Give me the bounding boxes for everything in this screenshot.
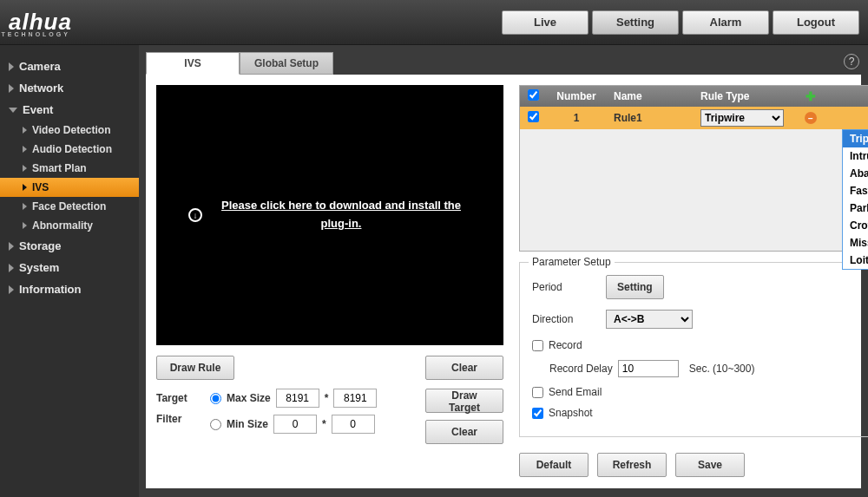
sidebar-item-information[interactable]: Information bbox=[0, 278, 139, 300]
record-row: Record bbox=[532, 339, 868, 351]
dropdown-option-intrusion[interactable]: Intrusion bbox=[843, 147, 868, 165]
chevron-right-icon bbox=[23, 203, 27, 210]
sidebar-sub-face-detection[interactable]: Face Detection bbox=[0, 197, 139, 216]
snapshot-label: Snapshot bbox=[549, 407, 593, 419]
rule-checkbox[interactable] bbox=[528, 111, 539, 122]
record-checkbox[interactable] bbox=[532, 340, 543, 351]
delete-rule-icon[interactable]: − bbox=[805, 112, 817, 124]
target-filter-row: Target Filter Max Size * Min Size * bbox=[156, 389, 503, 444]
default-button[interactable]: Default bbox=[519, 453, 589, 477]
chevron-right-icon bbox=[23, 146, 27, 153]
rule-number: 1 bbox=[546, 112, 607, 124]
nav-live[interactable]: Live bbox=[502, 10, 589, 35]
dropdown-option-tripwire[interactable]: Tripwire bbox=[843, 130, 868, 147]
direction-select[interactable]: A<->B bbox=[606, 310, 693, 329]
refresh-button[interactable]: Refresh bbox=[597, 453, 667, 477]
nav-setting[interactable]: Setting bbox=[592, 10, 679, 35]
help-icon[interactable]: ? bbox=[844, 54, 859, 69]
dropdown-option-parking[interactable]: Parking Detection bbox=[843, 199, 868, 217]
plugin-download-link[interactable]: ↓ Please click here to download and inst… bbox=[188, 197, 471, 233]
chevron-right-icon bbox=[23, 127, 27, 134]
period-label: Period bbox=[532, 281, 606, 293]
sidebar-label: Event bbox=[23, 103, 53, 116]
max-size-option[interactable]: Max Size * bbox=[210, 389, 377, 408]
direction-row: Direction A<->B bbox=[532, 310, 868, 329]
send-email-label: Send Email bbox=[549, 386, 602, 398]
sidebar-sub-label: Smart Plan bbox=[32, 162, 87, 174]
header: alhua TECHNOLOGY Live Setting Alarm Logo… bbox=[0, 0, 868, 45]
content: IVS Global Setup ? ↓ Please click here t… bbox=[139, 45, 868, 497]
max-size-label: Max Size bbox=[227, 392, 271, 404]
right-column: Number Name Rule Type ✚ 1 Rule1 Tripwire… bbox=[519, 85, 868, 477]
period-setting-button[interactable]: Setting bbox=[606, 275, 664, 299]
min-width-input[interactable] bbox=[273, 415, 317, 434]
sidebar-sub-abnormality[interactable]: Abnormality bbox=[0, 216, 139, 235]
max-height-input[interactable] bbox=[333, 389, 377, 408]
snapshot-checkbox[interactable] bbox=[532, 408, 543, 419]
brand-logo: alhua TECHNOLOGY bbox=[9, 9, 72, 36]
sidebar-label: Information bbox=[19, 283, 82, 296]
sidebar-sub-smart-plan[interactable]: Smart Plan bbox=[0, 159, 139, 178]
clear-rule-button[interactable]: Clear bbox=[425, 356, 503, 380]
header-checkbox[interactable] bbox=[520, 89, 546, 103]
rule-name: Rule1 bbox=[607, 112, 694, 124]
sidebar-label: Camera bbox=[19, 60, 61, 73]
target-buttons: Draw Target Clear bbox=[425, 389, 503, 444]
record-delay-label: Record Delay bbox=[549, 363, 613, 375]
dropdown-option-missing[interactable]: Missing Object bbox=[843, 234, 868, 252]
save-button[interactable]: Save bbox=[675, 453, 745, 477]
chevron-right-icon bbox=[9, 242, 14, 251]
chevron-right-icon bbox=[9, 62, 14, 71]
send-email-row: Send Email bbox=[532, 386, 868, 398]
nav-alarm[interactable]: Alarm bbox=[682, 10, 769, 35]
rule-row[interactable]: 1 Rule1 Tripwire − bbox=[520, 107, 868, 129]
sidebar: Camera Network Event Video Detection Aud… bbox=[0, 45, 139, 497]
tab-ivs[interactable]: IVS bbox=[146, 52, 240, 75]
select-all-checkbox[interactable] bbox=[528, 89, 539, 101]
add-rule-icon[interactable]: ✚ bbox=[806, 89, 816, 103]
record-delay-input[interactable] bbox=[618, 360, 679, 377]
brand-subtext: TECHNOLOGY bbox=[2, 31, 70, 37]
tab-global-setup[interactable]: Global Setup bbox=[240, 52, 333, 75]
min-size-option[interactable]: Min Size * bbox=[210, 415, 377, 434]
clear-target-button[interactable]: Clear bbox=[425, 420, 503, 444]
snapshot-row: Snapshot bbox=[532, 407, 868, 419]
draw-rule-button[interactable]: Draw Rule bbox=[156, 356, 234, 380]
rule-type-dropdown: Tripwire Intrusion Abandoned Object Fast… bbox=[842, 129, 868, 270]
panel: ↓ Please click here to download and inst… bbox=[146, 75, 861, 488]
min-height-input[interactable] bbox=[332, 415, 375, 434]
sidebar-item-event[interactable]: Event bbox=[0, 99, 139, 121]
sidebar-sub-label: Video Detection bbox=[32, 124, 110, 136]
sidebar-item-camera[interactable]: Camera bbox=[0, 56, 139, 77]
sidebar-label: Storage bbox=[19, 239, 61, 252]
sidebar-item-system[interactable]: System bbox=[0, 257, 139, 278]
nav-logout[interactable]: Logout bbox=[773, 10, 859, 35]
sidebar-label: System bbox=[19, 261, 59, 274]
dropdown-option-abandoned[interactable]: Abandoned Object bbox=[843, 165, 868, 182]
sidebar-item-storage[interactable]: Storage bbox=[0, 235, 139, 257]
max-size-radio[interactable] bbox=[210, 393, 221, 404]
dropdown-option-loitering[interactable]: Loitering Detection bbox=[843, 252, 868, 269]
send-email-checkbox[interactable] bbox=[532, 387, 543, 398]
sidebar-sub-audio-detection[interactable]: Audio Detection bbox=[0, 140, 139, 159]
chevron-down-icon bbox=[9, 108, 17, 113]
parameter-setup: Parameter Setup Period Setting Direction… bbox=[519, 262, 868, 437]
direction-label: Direction bbox=[532, 313, 606, 325]
rules-header: Number Name Rule Type ✚ bbox=[520, 86, 868, 107]
sidebar-sub-label: Face Detection bbox=[32, 200, 106, 213]
dropdown-option-crowd[interactable]: Crowd Gathering Estimation bbox=[843, 217, 868, 234]
rule-type-select[interactable]: Tripwire bbox=[700, 109, 784, 127]
size-options: Max Size * Min Size * bbox=[210, 389, 377, 441]
sidebar-sub-ivs[interactable]: IVS bbox=[0, 178, 139, 197]
record-label: Record bbox=[549, 339, 582, 351]
sidebar-sub-video-detection[interactable]: Video Detection bbox=[0, 121, 139, 140]
max-width-input[interactable] bbox=[276, 389, 319, 408]
dropdown-option-fast-moving[interactable]: Fast-Moving bbox=[843, 182, 868, 199]
bottom-buttons: Default Refresh Save bbox=[519, 453, 868, 477]
draw-target-button[interactable]: Draw Target bbox=[425, 389, 503, 413]
min-size-radio[interactable] bbox=[210, 419, 221, 430]
header-rule-type: Rule Type bbox=[694, 90, 798, 102]
chevron-right-icon bbox=[23, 184, 27, 191]
sidebar-item-network[interactable]: Network bbox=[0, 77, 139, 99]
plugin-message: Please click here to download and instal… bbox=[211, 197, 471, 233]
